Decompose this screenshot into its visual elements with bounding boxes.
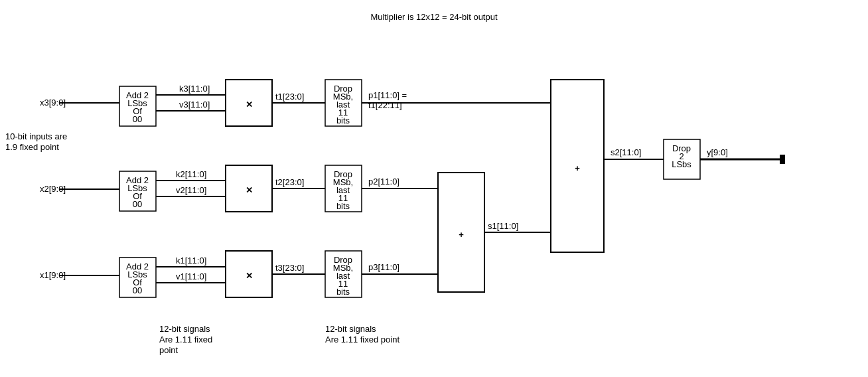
mult-x3-symbol: ✕ (246, 100, 253, 110)
inputs-label-line2: 1.9 fixed point (5, 142, 59, 152)
y-label: y[9:0] (707, 147, 728, 157)
t3-label: t3[23:0] (275, 263, 304, 273)
drop-msb-3-line5: bits (336, 287, 350, 297)
t2-label: t2[23:0] (275, 177, 304, 187)
diagram-title: Multiplier is 12x12 = 24-bit output (370, 12, 498, 22)
t1-label: t1[23:0] (275, 92, 304, 102)
inputs-label-line1: 10-bit inputs are (5, 131, 67, 141)
p1-t1-label: t1[22:11] (368, 100, 402, 110)
p1-label: p1[11:0] = (368, 90, 407, 100)
s1-label: s1[11:0] (488, 221, 518, 231)
v2-label: v2[11:0] (176, 185, 206, 195)
drop2lsbs-line3: LSbs (672, 159, 691, 169)
x1-label: x1[9:0] (40, 270, 66, 280)
s2-label: s2[11:0] (611, 147, 641, 157)
svg-rect-33 (780, 155, 785, 164)
adder1-symbol: + (459, 230, 464, 240)
x2-label: x2[9:0] (40, 184, 66, 194)
twelve-bit-right-label-line2: Are 1.11 fixed point (325, 335, 399, 344)
drop-msb-1-line5: bits (336, 115, 350, 125)
twelve-bit-right-label-line1: 12-bit signals (325, 324, 376, 334)
p2-label: p2[11:0] (368, 177, 399, 187)
k3-label: k3[11:0] (179, 84, 210, 94)
add2lsbs-x1-line4: 00 (133, 285, 142, 295)
drop-msb-2-line5: bits (336, 201, 350, 211)
v1-label: v1[11:0] (176, 271, 206, 281)
x3-label: x3[9:0] (40, 98, 66, 108)
twelve-bit-label-line1: 12-bit signals (159, 324, 210, 334)
k1-label: k1[11:0] (176, 256, 206, 265)
mult-x2-symbol: ✕ (246, 185, 253, 195)
adder2-symbol: + (575, 163, 580, 173)
p3-label: p3[11:0] (368, 262, 399, 272)
add2lsbs-x3-line4: 00 (133, 114, 142, 124)
diagram-container: Multiplier is 12x12 = 24-bit output x3[9… (0, 0, 868, 377)
add2lsbs-x2-line4: 00 (133, 199, 142, 209)
v3-label: v3[11:0] (179, 100, 210, 110)
mult-x1-symbol: ✕ (246, 271, 253, 281)
twelve-bit-label-line2: Are 1.11 fixed (159, 335, 212, 344)
k2-label: k2[11:0] (176, 169, 206, 179)
twelve-bit-label-line3: point (159, 345, 179, 355)
